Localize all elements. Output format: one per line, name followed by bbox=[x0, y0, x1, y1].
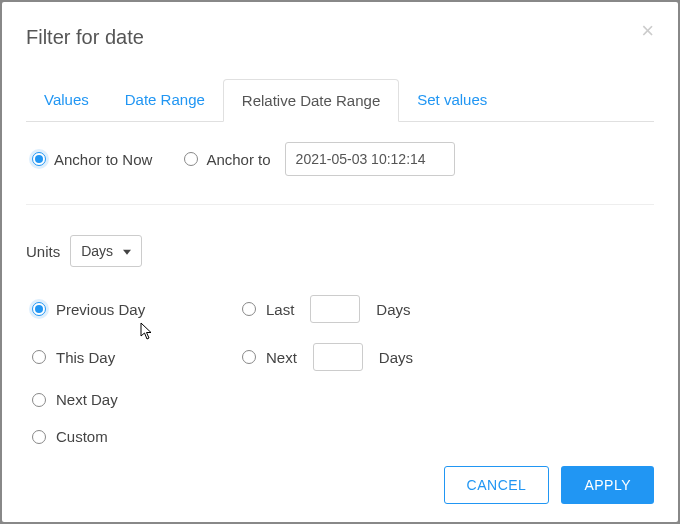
input-next-n[interactable] bbox=[313, 343, 363, 371]
label-next-day: Next Day bbox=[56, 391, 118, 408]
opt-custom: Custom bbox=[32, 428, 242, 445]
units-row: Units Days bbox=[26, 205, 654, 287]
radio-custom[interactable] bbox=[32, 430, 46, 444]
opt-next-day: Next Day bbox=[32, 391, 242, 408]
label-last-prefix: Last bbox=[266, 301, 294, 318]
radio-next-n[interactable] bbox=[242, 350, 256, 364]
cancel-button[interactable]: CANCEL bbox=[444, 466, 550, 504]
opt-this-day: This Day bbox=[32, 343, 242, 371]
radio-this-day[interactable] bbox=[32, 350, 46, 364]
radio-previous-day[interactable] bbox=[32, 302, 46, 316]
units-label: Units bbox=[26, 243, 60, 260]
tab-date-range[interactable]: Date Range bbox=[107, 79, 223, 121]
opt-next-n: Next Days bbox=[242, 343, 522, 371]
opt-last-n: Last Days bbox=[242, 295, 522, 323]
modal-title: Filter for date bbox=[26, 26, 144, 49]
input-last-n[interactable] bbox=[310, 295, 360, 323]
tab-relative-date-range[interactable]: Relative Date Range bbox=[223, 79, 399, 122]
label-previous-day: Previous Day bbox=[56, 301, 145, 318]
options-grid: Previous Day Last Days This Day Next Day… bbox=[26, 287, 654, 450]
radio-next-day[interactable] bbox=[32, 393, 46, 407]
anchor-now-label: Anchor to Now bbox=[54, 151, 152, 168]
modal-body: Values Date Range Relative Date Range Se… bbox=[2, 59, 678, 450]
label-last-suffix: Days bbox=[376, 301, 410, 318]
label-this-day: This Day bbox=[56, 349, 115, 366]
opt-previous-day: Previous Day bbox=[32, 295, 242, 323]
tabs: Values Date Range Relative Date Range Se… bbox=[26, 79, 654, 122]
units-select[interactable]: Days bbox=[70, 235, 142, 267]
anchor-row: Anchor to Now Anchor to bbox=[26, 122, 654, 205]
label-next-suffix: Days bbox=[379, 349, 413, 366]
label-next-prefix: Next bbox=[266, 349, 297, 366]
modal-header: Filter for date × bbox=[2, 2, 678, 59]
apply-button[interactable]: APPLY bbox=[561, 466, 654, 504]
tab-values[interactable]: Values bbox=[26, 79, 107, 121]
filter-date-modal: Filter for date × Values Date Range Rela… bbox=[2, 2, 678, 522]
units-selected: Days bbox=[81, 243, 113, 259]
close-icon[interactable]: × bbox=[641, 20, 654, 42]
label-custom: Custom bbox=[56, 428, 108, 445]
radio-last-n[interactable] bbox=[242, 302, 256, 316]
radio-anchor-to[interactable] bbox=[184, 152, 198, 166]
tab-set-values[interactable]: Set values bbox=[399, 79, 505, 121]
modal-footer: CANCEL APPLY bbox=[2, 450, 678, 522]
radio-anchor-now[interactable] bbox=[32, 152, 46, 166]
anchor-to-label: Anchor to bbox=[206, 151, 270, 168]
anchor-datetime-input[interactable] bbox=[285, 142, 455, 176]
